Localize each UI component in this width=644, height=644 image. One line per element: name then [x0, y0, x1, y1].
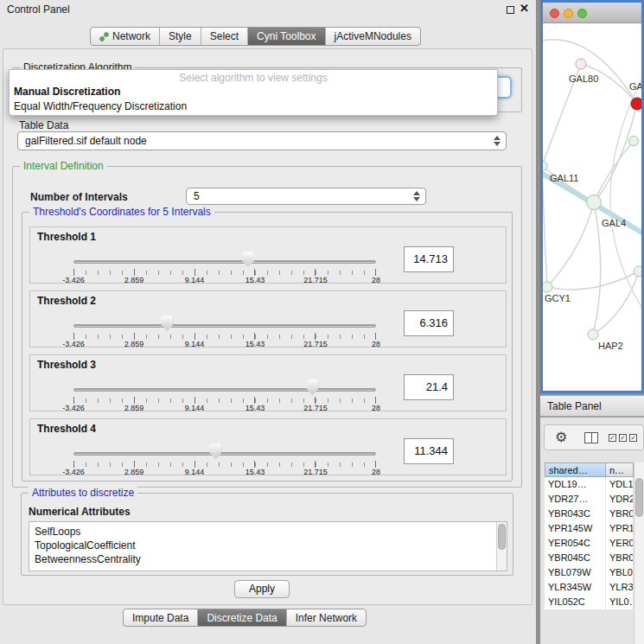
tab-style[interactable]: Style — [159, 28, 201, 45]
network-node[interactable] — [576, 59, 587, 70]
network-tab-icon — [99, 32, 109, 41]
list-item[interactable]: TopologicalCoefficient — [29, 539, 507, 552]
table-columns-icon[interactable] — [584, 432, 598, 443]
tab-network[interactable]: Network — [91, 28, 159, 45]
tab-impute-data[interactable]: Impute Data — [124, 609, 197, 626]
threshold-4-value-field[interactable]: 11.344 — [404, 438, 454, 464]
table-row[interactable]: YDR27…YDR2… — [545, 492, 634, 507]
slider-ticks — [73, 335, 376, 339]
network-node[interactable] — [586, 194, 602, 210]
table-data-label: Table Data — [19, 119, 68, 131]
table-data-combo-value: galFiltered.sif default node — [25, 135, 147, 147]
tab-jactivemnodules[interactable]: jActiveMNodules — [325, 28, 420, 45]
numerical-attributes-label: Numerical Attributes — [29, 506, 131, 518]
table-data-combo[interactable]: galFiltered.sif default node — [17, 131, 507, 150]
tab-cyni-toolbox[interactable]: Cyni Toolbox — [247, 28, 324, 45]
attributes-group: Attributes to discretize Numerical Attri… — [21, 493, 513, 576]
network-view-window: GAL80 GA GAL11 GAL4 GCY1 HAP2 — [540, 0, 644, 393]
minimize-traffic-light-icon[interactable] — [564, 9, 573, 18]
threshold-3-label: Threshold 3 — [37, 359, 96, 371]
zoom-traffic-light-icon[interactable] — [577, 9, 587, 18]
screen: Control Panel ✕ Network Style Select Cyn… — [0, 0, 644, 644]
threshold-2-slider[interactable]: -3.426 2.859 9.144 15.43 21.715 28 — [73, 314, 376, 347]
tab-label: Network — [112, 30, 150, 42]
table-row[interactable]: YDL19…YDL1… — [545, 477, 634, 492]
list-item[interactable]: BetweennessCentrality — [29, 552, 507, 566]
slider-thumb[interactable] — [242, 252, 254, 267]
table-row[interactable]: YER054CYER0… — [545, 536, 634, 551]
slider-track[interactable] — [73, 452, 376, 456]
table-row[interactable]: YBR045CYBR0… — [545, 551, 634, 565]
threshold-2-value-field[interactable]: 6.316 — [404, 310, 454, 336]
gear-icon[interactable]: ⚙ — [555, 429, 567, 445]
table-row[interactable]: YPR145WYPR1… — [545, 521, 634, 536]
table-scrollbar[interactable] — [634, 462, 644, 644]
table-header-row: shared… n… — [545, 462, 634, 477]
minimize-icon[interactable] — [507, 6, 514, 14]
column-header-name[interactable]: n… — [606, 462, 634, 477]
list-scrollbar[interactable] — [496, 522, 507, 571]
algorithm-dropdown-popup: Select algorithm to view settings Manual… — [9, 69, 498, 116]
checkbox-icon[interactable]: ✓ — [629, 434, 637, 442]
table-panel-title: Table Panel — [547, 400, 602, 412]
slider-scale: -3.426 2.859 9.144 15.43 21.715 28 — [73, 468, 376, 478]
list-scrollbar-thumb[interactable] — [498, 524, 506, 550]
network-window-titlebar — [543, 3, 641, 23]
threshold-1-label: Threshold 1 — [37, 231, 96, 243]
table-row[interactable]: YBR043CYBR0… — [545, 507, 634, 521]
slider-track[interactable] — [73, 388, 376, 392]
threshold-4-panel: Threshold 4 -3.426 2.859 9.144 15.43 21 — [29, 418, 507, 475]
slider-thumb[interactable] — [306, 379, 318, 395]
tab-discretize-data[interactable]: Discretize Data — [197, 609, 285, 626]
apply-button[interactable]: Apply — [234, 580, 290, 598]
table-row[interactable]: YBL079WYBL0… — [545, 565, 634, 580]
checkbox-icon[interactable]: ✓ — [609, 434, 616, 442]
table-panel-header: Table Panel — [540, 395, 644, 417]
slider-track[interactable] — [73, 324, 376, 328]
interval-definition-title: Interval Definition — [20, 160, 107, 172]
node-label: HAP2 — [598, 341, 623, 351]
tab-select[interactable]: Select — [201, 28, 247, 45]
network-node[interactable] — [588, 329, 599, 341]
node-label: GA — [629, 81, 641, 92]
node-label: GAL4 — [602, 218, 626, 228]
bottom-tab-bar: Impute Data Discretize Data Infer Networ… — [123, 609, 367, 627]
list-item[interactable]: SelfLoops — [29, 522, 507, 539]
checkbox-icon[interactable]: ✓ — [619, 434, 627, 442]
numerical-attributes-list[interactable]: SelfLoops TopologicalCoefficient Between… — [29, 521, 507, 571]
slider-ticks — [73, 271, 376, 275]
attributes-group-title: Attributes to discretize — [29, 487, 137, 499]
tab-infer-network[interactable]: Infer Network — [286, 609, 366, 626]
network-node-highlighted[interactable] — [631, 98, 642, 111]
close-icon[interactable]: ✕ — [520, 2, 529, 15]
dropdown-option-manual[interactable]: Manual Discretization — [10, 85, 497, 99]
slider-ticks — [73, 462, 376, 467]
threshold-1-slider[interactable]: -3.426 2.859 9.144 15.43 21.715 28 — [73, 250, 376, 283]
threshold-4-slider[interactable]: -3.426 2.859 9.144 15.43 21.715 28 — [73, 442, 376, 475]
thresholds-group-title: Threshold's Coordinates for 5 Intervals — [29, 206, 214, 218]
threshold-3-slider[interactable]: -3.426 2.859 9.144 15.43 21.715 28 — [73, 378, 376, 411]
threshold-3-value-field[interactable]: 21.4 — [404, 374, 454, 400]
column-header-shared-name[interactable]: shared… — [545, 462, 606, 477]
node-label: GAL11 — [550, 173, 578, 183]
close-traffic-light-icon[interactable] — [550, 9, 559, 18]
thresholds-group: Threshold's Coordinates for 5 Intervals … — [22, 212, 513, 481]
threshold-1-value-field[interactable]: 14.713 — [404, 246, 454, 272]
table-row[interactable]: YLR345WYLR3… — [545, 580, 634, 595]
threshold-3-panel: Threshold 3 -3.426 2.859 9.144 15.43 21 — [29, 354, 507, 411]
network-node[interactable] — [634, 266, 642, 277]
slider-thumb[interactable] — [161, 316, 173, 331]
number-of-intervals-label: Number of Intervals — [30, 191, 128, 203]
slider-thumb[interactable] — [209, 443, 221, 459]
stepper-arrows-icon — [494, 136, 501, 146]
number-of-intervals-combo[interactable]: 5 — [186, 188, 426, 205]
slider-track[interactable] — [73, 260, 376, 264]
threshold-2-label: Threshold 2 — [37, 295, 96, 307]
dropdown-option-equal-width[interactable]: Equal Width/Frequency Discretization — [10, 99, 497, 114]
table-scrollbar-thumb[interactable] — [635, 478, 643, 517]
network-node[interactable] — [628, 136, 639, 146]
table-toolbar: ⚙ ✓ ✓ ✓ — [544, 424, 644, 450]
table-row[interactable]: YIL052CYIL0… — [545, 595, 634, 609]
network-canvas[interactable]: GAL80 GA GAL11 GAL4 GCY1 HAP2 — [543, 24, 641, 391]
table-body: YDL19…YDL1… YDR27…YDR2… YBR043CYBR0… YPR… — [545, 477, 634, 609]
